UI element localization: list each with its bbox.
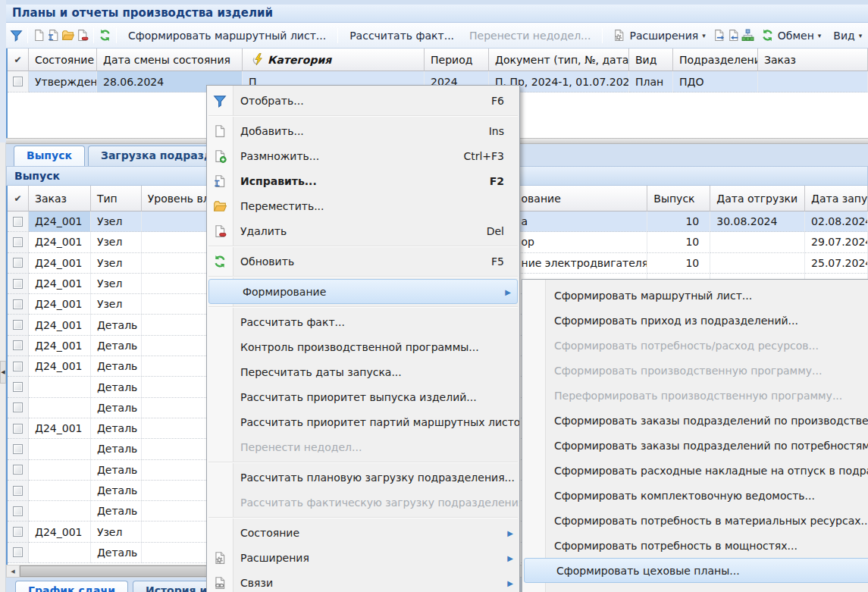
checkbox[interactable]: [13, 362, 23, 371]
row-checkbox[interactable]: [8, 398, 29, 418]
menu-item[interactable]: ОбновитьF5: [207, 249, 519, 274]
column-header[interactable]: Дата смены состояния: [97, 49, 243, 71]
row-checkbox[interactable]: [8, 274, 29, 294]
column-header[interactable]: Период: [425, 49, 489, 71]
menu-item[interactable]: УдалитьDel: [207, 218, 519, 243]
export-button[interactable]: [713, 27, 725, 45]
menu-item[interactable]: Переместить...: [207, 193, 519, 218]
checkbox[interactable]: [13, 237, 23, 247]
menu-item[interactable]: Рассчитать приоритет партий маршрутных л…: [207, 409, 519, 434]
column-header[interactable]: Категория: [243, 49, 425, 71]
delete-button[interactable]: [76, 27, 89, 45]
checkbox[interactable]: [13, 547, 23, 557]
cell-launch-date: 02.08.2024: [805, 211, 868, 232]
move-button[interactable]: [61, 27, 74, 45]
add-button[interactable]: [33, 27, 45, 45]
row-checkbox[interactable]: [8, 232, 29, 252]
checkbox[interactable]: [13, 258, 23, 268]
row-checkbox[interactable]: [8, 336, 29, 356]
row-checkbox[interactable]: [8, 439, 29, 459]
import-button[interactable]: [727, 27, 740, 45]
column-header[interactable]: Дата отгрузки: [710, 186, 805, 211]
checkbox[interactable]: [13, 402, 23, 412]
row-checkbox[interactable]: [8, 522, 29, 542]
column-header[interactable]: Выпуск: [647, 186, 710, 211]
menu-item[interactable]: Добавить...Ins: [207, 118, 519, 143]
menu-item[interactable]: Сформировать расходные накладные на отпу…: [522, 458, 868, 483]
menu-item[interactable]: Состояние▶: [207, 520, 519, 545]
tab-zagruzka[interactable]: Загрузка подразделен: [88, 146, 226, 166]
menu-item[interactable]: Сформировать график сдачи...: [522, 583, 868, 592]
structure-button[interactable]: [741, 27, 754, 45]
row-checkbox[interactable]: [8, 211, 29, 232]
collapse-left-icon[interactable]: ◀: [0, 361, 6, 384]
checkbox[interactable]: [13, 279, 23, 289]
column-header[interactable]: Дата запус: [805, 186, 868, 211]
menu-item[interactable]: Пересчитать даты запуска...: [207, 359, 519, 384]
menu-item[interactable]: Рассчитать приоритет выпуска изделий...: [207, 384, 519, 409]
row-checkbox[interactable]: [8, 71, 29, 92]
menu-item[interactable]: Сформировать потребность в материальных …: [522, 508, 868, 533]
menu-item[interactable]: Сформировать заказы подразделений по про…: [522, 408, 868, 433]
exchange-dropdown[interactable]: Обмен ▾: [755, 27, 828, 45]
row-checkbox[interactable]: [8, 418, 29, 439]
row-checkbox[interactable]: [8, 501, 29, 522]
checkbox[interactable]: [13, 444, 23, 454]
refresh-button[interactable]: [99, 27, 111, 45]
menu-item[interactable]: Исправить...F2: [207, 168, 519, 193]
menu-item[interactable]: Сформировать комплектовочную ведомость..…: [522, 483, 868, 508]
menu-item[interactable]: Сформировать приход из подразделений...: [522, 308, 868, 333]
menu-item[interactable]: Сформировать маршрутный лист...: [522, 283, 868, 308]
menu-item[interactable]: Расширения▶: [207, 545, 519, 570]
menu-item[interactable]: Отобрать...F6: [207, 88, 519, 113]
menu-item[interactable]: Формирование▶: [208, 279, 518, 304]
column-header[interactable]: Заказ: [29, 186, 91, 211]
tab-grafik-sdachi[interactable]: График сдачи: [15, 581, 128, 592]
column-header[interactable]: Документ (тип, №, дата): [489, 49, 629, 71]
row-checkbox[interactable]: [8, 460, 29, 481]
menu-item[interactable]: Связи▶: [207, 570, 519, 592]
checkbox[interactable]: [13, 527, 23, 537]
checkbox[interactable]: [13, 217, 23, 227]
row-checkbox[interactable]: [8, 543, 29, 563]
menu-item[interactable]: Рассчитать плановую загрузку подразделен…: [207, 465, 519, 490]
column-header[interactable]: Тип: [91, 186, 142, 211]
row-checkbox[interactable]: [8, 253, 29, 274]
menu-item[interactable]: Размножить...Ctrl+F3: [207, 143, 519, 168]
checkbox[interactable]: [13, 340, 23, 350]
calculate-fact-button[interactable]: Рассчитать факт...: [342, 27, 462, 45]
checkbox[interactable]: [13, 465, 23, 475]
row-checkbox[interactable]: [8, 315, 29, 335]
row-checkbox[interactable]: [8, 356, 29, 377]
caret-down-icon: ▾: [859, 32, 863, 39]
filter-button[interactable]: [10, 27, 23, 45]
select-all-header[interactable]: ✔: [8, 186, 29, 211]
row-checkbox[interactable]: [8, 294, 29, 315]
scroll-left-icon[interactable]: ◀: [7, 565, 20, 577]
menu-item[interactable]: Контроль производственной программы...: [207, 334, 519, 359]
extensions-dropdown[interactable]: Расширения ▾: [606, 27, 711, 45]
checkbox[interactable]: [13, 506, 23, 516]
menu-item[interactable]: Сформировать цеховые планы...: [524, 558, 868, 583]
menu-item[interactable]: Рассчитать факт...: [207, 309, 519, 334]
column-header[interactable]: Вид: [629, 49, 673, 71]
edit-button[interactable]: [47, 27, 60, 45]
tab-vypusk[interactable]: Выпуск: [14, 146, 85, 166]
menu-item[interactable]: Сформировать потребность в мощностях...: [522, 533, 868, 558]
checkbox[interactable]: [13, 77, 23, 86]
row-checkbox[interactable]: [8, 481, 29, 501]
checkbox[interactable]: [13, 486, 23, 496]
create-route-sheet-button[interactable]: Сформировать маршрутный лист...: [121, 27, 334, 45]
menu-item[interactable]: Сформировать заказы подразделений по пот…: [522, 433, 868, 458]
column-header[interactable]: Подразделения: [673, 49, 758, 71]
row-checkbox[interactable]: [8, 377, 29, 397]
column-header[interactable]: Состояние: [29, 49, 97, 71]
checkbox[interactable]: [13, 424, 23, 434]
column-header[interactable]: Заказ: [758, 49, 868, 71]
checkbox[interactable]: [13, 299, 23, 309]
view-dropdown[interactable]: Вид ▾: [827, 27, 868, 45]
menu-separator: [207, 113, 519, 118]
checkbox[interactable]: [13, 320, 23, 330]
select-all-header[interactable]: ✔: [8, 49, 29, 71]
checkbox[interactable]: [13, 382, 23, 392]
